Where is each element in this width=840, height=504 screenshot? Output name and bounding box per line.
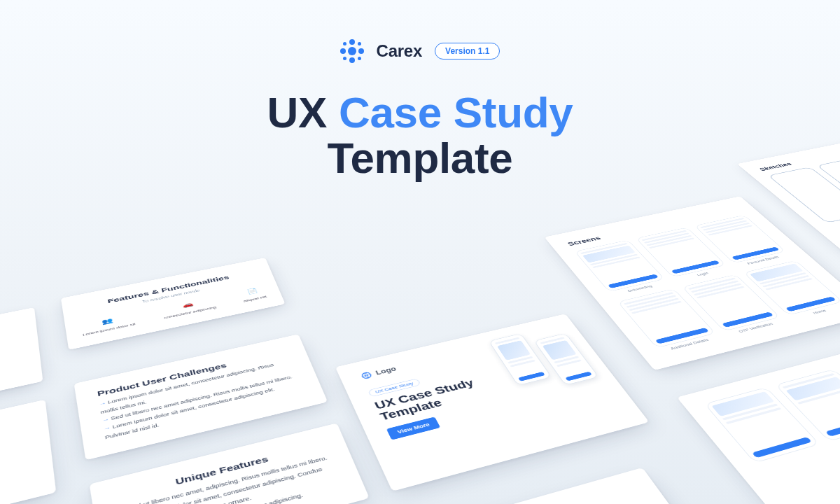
screen-thumb [636, 227, 727, 278]
feature-caption: consectetur adipiscing [163, 305, 216, 320]
screen-thumb [704, 387, 820, 463]
bullet: Sed ut libero nec amet adipiscing. Risus… [102, 372, 297, 425]
version-badge: Version 1.1 [435, 43, 500, 59]
screen-label: Personal Details [735, 253, 790, 267]
bullet: Lorem ipsum dolor sit amet, consectetur … [99, 358, 294, 417]
tile-title: Product User Challenges [97, 348, 287, 398]
globe-icon [359, 370, 374, 380]
cover-cta-button[interactable]: View More [386, 416, 441, 440]
screen-label: Additional Details [658, 335, 720, 354]
group-icon: 👥 [99, 315, 116, 327]
screen-label: Onboarding [610, 281, 669, 297]
screen-label: OTP Verification [725, 318, 785, 336]
bullet: Lorem ipsum dolor sit amet, consectetur … [119, 462, 338, 504]
screen-thumb [694, 215, 786, 263]
tile-cropped-top: g elit. Nunc sagittis maximus. [0, 307, 43, 426]
tile-cropped-text: Scelerisque molestie eu ornare laoreet, … [0, 414, 31, 468]
bullet: Lorem ipsum dolor sit amet, consectetur … [103, 380, 303, 442]
brand-logo-icon [340, 39, 364, 63]
doc-icon: 📄 [244, 286, 260, 296]
screen-thumb [575, 240, 665, 292]
tile-features: Features & Functionalities To resolve us… [61, 258, 286, 350]
tile-screens: Screens Onboarding Login Personal Detail… [545, 196, 840, 370]
hero-prefix: UX [267, 88, 328, 136]
tile-subtitle: To resolve user needs [83, 277, 256, 316]
tile-cover: Logo UX Case Study UX Case Study Templat… [335, 314, 649, 491]
feature-caption: aliquet elit [243, 295, 267, 303]
hero-title: UX Case Study Template [0, 90, 840, 181]
tile-persona: User Persona Description Lorem ipsum dol… [403, 468, 691, 504]
tile-screens-extra [677, 337, 840, 504]
cover-title: UX Case Study Template [372, 376, 487, 423]
cover-phone-mockups [489, 324, 592, 386]
tile-title: Screens [566, 206, 739, 247]
bullet: Sed ut libero nec amet, adipiscing. Risu… [118, 453, 330, 504]
screen-thumb [682, 274, 780, 332]
tile-unique: Unique Features Sed ut libero nec amet, … [90, 423, 370, 504]
brand-name: Carex [377, 41, 423, 61]
bullet: Lorem ipsum dolor sit amet, consectetur … [122, 481, 342, 504]
screen-thumb [743, 260, 840, 316]
tile-title: Features & Functionalities [81, 269, 254, 309]
cover-tag: UX Case Study [368, 378, 421, 397]
cover-logo: Logo [359, 327, 560, 380]
tile-title: Unique Features [115, 440, 325, 502]
hero-highlight: Case Study [339, 88, 573, 136]
screen-thumb [617, 288, 716, 348]
tile-cropped-mid: Scelerisque molestie eu ornare laoreet, … [0, 400, 56, 504]
screen-label: Login [674, 267, 732, 282]
header: Carex Version 1.1 [0, 39, 840, 63]
screen-label: Home [790, 303, 840, 320]
showcase-stage: g elit. Nunc sagittis maximus. Scelerisq… [0, 168, 840, 504]
edge-fade [0, 0, 840, 504]
tile-challenges: Product User Challenges Lorem ipsum dolo… [74, 334, 328, 460]
cover-logo-text: Logo [374, 365, 398, 376]
tile-title: User Persona [433, 486, 639, 504]
car-icon: 🚗 [179, 299, 196, 310]
tile-cropped-text: g elit. Nunc sagittis maximus. [0, 318, 20, 356]
feature-caption: Lorem ipsum dolor sit [83, 322, 136, 337]
screen-thumb [775, 369, 840, 442]
svg-point-0 [361, 372, 372, 379]
hero-line2: Template [0, 135, 840, 181]
